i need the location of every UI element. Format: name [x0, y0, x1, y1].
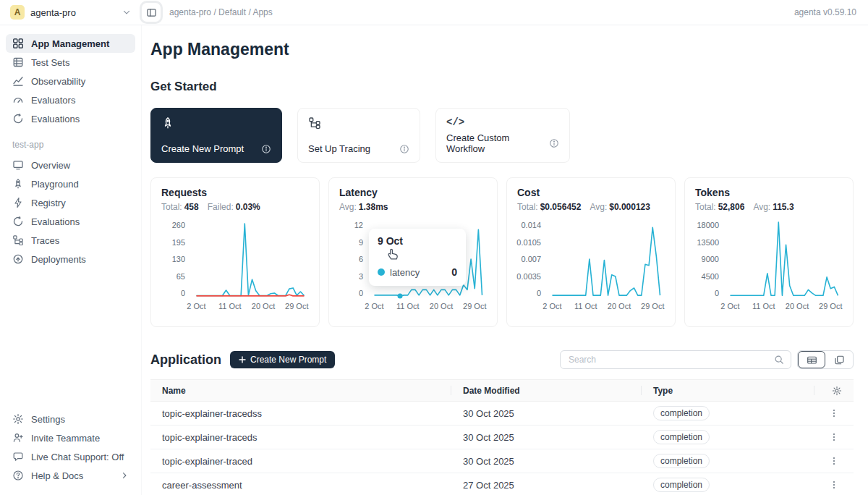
- get-started-cards: Create New Prompt Set Up Tracing </> Cre…: [150, 108, 854, 163]
- type-badge: completion: [653, 478, 710, 492]
- card-label: Set Up Tracing: [308, 143, 370, 154]
- table-row[interactable]: topic-explainer-tracedss 30 Oct 2025 com…: [150, 402, 854, 426]
- workspace-selector[interactable]: A agenta-pro: [0, 5, 132, 20]
- sidebar-item-evaluations[interactable]: Evaluations: [6, 109, 135, 128]
- sidebar-item-registry[interactable]: Registry: [6, 193, 135, 212]
- table-row[interactable]: topic-explainer-traced 30 Oct 2025 compl…: [150, 449, 854, 473]
- chart-title: Latency: [339, 187, 487, 198]
- breadcrumb[interactable]: agenta-pro / Default / Apps: [169, 7, 273, 17]
- sidebar-item-evaluators[interactable]: Evaluators: [6, 90, 135, 109]
- lightning-icon: [12, 197, 24, 208]
- sidebar-item-observability[interactable]: Observability: [6, 72, 135, 90]
- x-tick-label: 29 Oct: [819, 302, 842, 310]
- y-tick-label: 260: [172, 221, 185, 229]
- workspace-name: agenta-pro: [30, 7, 76, 18]
- chart-stat: Avg:115.3: [753, 202, 793, 212]
- sidebar-item-deployments[interactable]: Deployments: [6, 250, 135, 268]
- sidebar-item-label: Live Chat Support: Off: [31, 452, 124, 462]
- row-actions-button[interactable]: [826, 429, 842, 445]
- sidebar-item-label: Evaluators: [31, 95, 75, 106]
- sidebar-item-playground[interactable]: Playground: [6, 174, 135, 193]
- sidebar-item-label: Registry: [31, 198, 66, 208]
- app-name[interactable]: career-assessment: [150, 473, 451, 495]
- y-tick-label: 0: [359, 289, 363, 297]
- tooltip-series-row: latency 0: [378, 266, 457, 278]
- search-icon[interactable]: [774, 355, 784, 365]
- chart-plot[interactable]: [548, 221, 665, 297]
- create-new-prompt-button[interactable]: Create New Prompt: [230, 351, 335, 368]
- sidebar-item-traces[interactable]: Traces: [6, 231, 135, 250]
- requests-chart-card[interactable]: Requests Total:458 Failed:0.03% 26019513…: [150, 177, 320, 327]
- x-tick-label: 2 Oct: [365, 302, 383, 310]
- cursor-pointer-icon: [387, 248, 399, 263]
- chart-plot[interactable]: [726, 221, 843, 297]
- table-view-icon: [807, 355, 817, 365]
- set-up-tracing-card[interactable]: Set Up Tracing: [297, 108, 420, 163]
- search-input[interactable]: [569, 355, 774, 365]
- info-icon[interactable]: [261, 144, 271, 154]
- table-view-button[interactable]: [798, 351, 825, 368]
- app-date: 30 Oct 2025: [451, 402, 642, 426]
- sidebar-item-settings[interactable]: Settings: [6, 410, 135, 428]
- chart-plot[interactable]: [192, 221, 309, 297]
- y-tick-label: 18000: [697, 221, 719, 229]
- create-new-prompt-card[interactable]: Create New Prompt: [150, 108, 282, 163]
- sidebar-toggle-button[interactable]: [142, 3, 161, 22]
- info-icon[interactable]: [549, 138, 559, 148]
- sidebar-item-live-chat[interactable]: Live Chat Support: Off: [6, 447, 135, 466]
- tokens-chart-card[interactable]: Tokens Total:52,806 Avg:115.3 1800013500…: [684, 177, 854, 327]
- column-header-type[interactable]: Type: [642, 380, 814, 402]
- sidebar-item-label: Playground: [31, 179, 79, 190]
- x-tick-label: 11 Oct: [574, 302, 597, 310]
- create-custom-workflow-card[interactable]: </> Create Custom Workflow: [435, 108, 570, 163]
- workspace-avatar: A: [10, 5, 25, 20]
- app-name[interactable]: topic-explainer-traceds: [150, 426, 451, 449]
- search-box[interactable]: [560, 350, 791, 369]
- card-view-button[interactable]: [825, 351, 853, 368]
- column-header-name[interactable]: Name: [150, 380, 451, 402]
- app-name[interactable]: topic-explainer-traced: [150, 449, 451, 473]
- row-actions-button[interactable]: [826, 453, 842, 469]
- sidebar-item-overview[interactable]: Overview: [6, 156, 135, 174]
- latency-chart-card[interactable]: Latency Avg:1.38ms 129630 2 Oct11 Oct20 …: [328, 177, 498, 327]
- x-axis: 2 Oct11 Oct20 Oct29 Oct: [370, 302, 487, 313]
- x-tick-label: 20 Oct: [430, 302, 453, 310]
- sidebar-item-label: Evaluations: [31, 216, 80, 227]
- sidebar-item-invite-teammate[interactable]: Invite Teammate: [6, 428, 135, 447]
- card-label: Create New Prompt: [161, 143, 244, 154]
- help-icon: [12, 470, 24, 481]
- y-tick-label: 0.007: [521, 255, 541, 263]
- sidebar-item-app-management[interactable]: App Management: [6, 34, 135, 53]
- main-content: App Management Get Started Create New Pr…: [142, 25, 868, 495]
- row-actions-button[interactable]: [826, 477, 842, 493]
- sidebar-item-label: Traces: [31, 235, 59, 246]
- tree-icon: [12, 234, 24, 246]
- y-tick-label: 6: [359, 255, 363, 263]
- sidebar-item-app-evaluations[interactable]: Evaluations: [6, 212, 135, 231]
- type-badge: completion: [653, 406, 710, 420]
- y-tick-label: 0: [537, 289, 541, 297]
- y-axis: 129630: [339, 221, 370, 297]
- table-row[interactable]: career-assessment 27 Oct 2025 completion: [150, 473, 854, 495]
- table-settings-button[interactable]: [832, 386, 842, 396]
- application-header: Application Create New Prompt: [150, 350, 854, 369]
- chevron-down-icon: [122, 7, 132, 17]
- x-tick-label: 29 Oct: [641, 302, 664, 310]
- sidebar-item-help-docs[interactable]: Help & Docs: [6, 466, 135, 485]
- y-tick-label: 65: [176, 272, 185, 281]
- column-header-date[interactable]: Date Modified: [451, 380, 642, 402]
- sidebar-item-test-sets[interactable]: Test Sets: [6, 53, 135, 72]
- sidebar-section-label: test-app: [12, 140, 135, 150]
- table-row[interactable]: topic-explainer-traceds 30 Oct 2025 comp…: [150, 426, 854, 449]
- gear-icon: [832, 386, 842, 396]
- grid-icon: [12, 38, 24, 49]
- cost-chart-card[interactable]: Cost Total:$0.056452 Avg:$0.000123 0.014…: [506, 177, 676, 327]
- info-icon[interactable]: [399, 144, 409, 154]
- y-tick-label: 4500: [702, 272, 719, 281]
- chart-stat: Avg:1.38ms: [339, 202, 388, 212]
- row-actions-button[interactable]: [826, 405, 842, 421]
- table-header-row: Name Date Modified Type: [150, 380, 854, 402]
- y-axis: 0.0140.01050.0070.00350: [517, 221, 548, 297]
- app-name[interactable]: topic-explainer-tracedss: [150, 402, 451, 426]
- page-title: App Management: [150, 40, 854, 59]
